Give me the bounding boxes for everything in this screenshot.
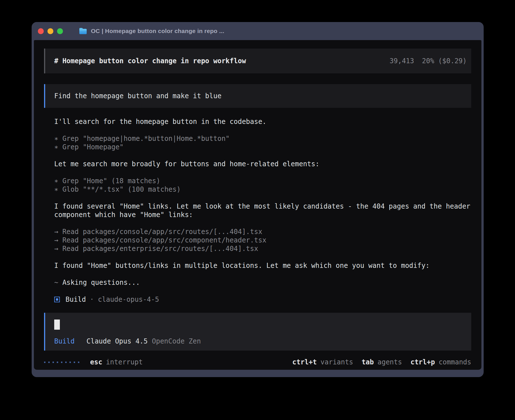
agent-mode-label: Build (54, 337, 75, 345)
spinner-dot (57, 362, 58, 363)
status-left: escinterrupt (44, 358, 143, 366)
title-group: OC | Homepage button color change in rep… (79, 27, 224, 35)
window-title: OC | Homepage button color change in rep… (91, 28, 224, 34)
user-message: Find the homepage button and make it blu… (44, 84, 471, 108)
assistant-text: I found "Home" buttons/links in multiple… (44, 261, 471, 270)
user-message-text: Find the homepage button and make it blu… (54, 92, 221, 100)
model-name: claude-opus-4-5 (98, 295, 159, 304)
session-title: # Homepage button color change in repo w… (54, 57, 246, 65)
tool-call-line: → Read packages/enterprise/src/routes/[.… (54, 244, 471, 253)
tool-call-line: → Read packages/console/app/src/componen… (54, 236, 471, 244)
agent-badge-icon (54, 297, 60, 302)
tool-call-line: → Read packages/console/app/src/routes/[… (54, 228, 471, 236)
close-button[interactable] (38, 28, 44, 34)
separator-dot: · (90, 295, 94, 304)
session-cost: ($0.29) (438, 57, 467, 65)
tool-call-group: ∗ Grep "Home" (18 matches) ∗ Glob "**/*.… (44, 177, 471, 194)
minimize-button[interactable] (47, 28, 53, 34)
agent-name: Build (66, 295, 86, 304)
tool-call-group: → Read packages/console/app/src/routes/[… (44, 228, 471, 253)
hint-agents: tabagents (362, 358, 402, 366)
session-stats: 39,41320%($0.29) (390, 57, 467, 65)
context-percent: 20% (422, 57, 434, 65)
hint-interrupt: escinterrupt (90, 358, 143, 366)
terminal-content: # Homepage button color change in repo w… (34, 40, 481, 370)
spinner-dot (53, 362, 54, 363)
prompt-input[interactable]: Build Claude Opus 4.5 OpenCode Zen (44, 313, 471, 351)
spinner-dot (69, 362, 71, 363)
spinner-dot (78, 362, 79, 363)
assistant-text: I found several "Home" links. Let me loo… (44, 202, 471, 219)
folder-icon (79, 27, 87, 35)
tool-call-line: ∗ Grep "Home" (18 matches) (54, 177, 471, 185)
assistant-text: I'll search for the homepage button in t… (44, 117, 471, 126)
assistant-text: Let me search more broadly for buttons a… (44, 160, 471, 168)
status-prefix: ~ (54, 279, 58, 286)
tool-call-group: ∗ Grep "homepage|home.*button|Home.*butt… (44, 134, 471, 151)
status-bar: escinterrupt ctrl+tvariants tabagents ct… (44, 358, 471, 366)
tool-call-line: ∗ Grep "Homepage" (54, 143, 471, 151)
session-header: # Homepage button color change in repo w… (44, 49, 471, 73)
status-right: ctrl+tvariants tabagents ctrl+pcommands (292, 358, 471, 366)
spinner-dot (65, 362, 67, 363)
key-ctrl-p: ctrl+p (411, 358, 435, 366)
agent-status-line: Build · claude-opus-4-5 (44, 295, 471, 304)
input-provider-label: OpenCode Zen (152, 337, 201, 345)
hint-commands: ctrl+pcommands (411, 358, 471, 366)
key-tab: tab (362, 358, 374, 366)
input-meta: Build Claude Opus 4.5 OpenCode Zen (54, 337, 462, 345)
spinner-dot (61, 362, 62, 363)
hint-variants: ctrl+tvariants (292, 358, 353, 366)
text-cursor (54, 320, 60, 330)
key-ctrl-t: ctrl+t (292, 358, 317, 366)
traffic-lights (38, 28, 63, 34)
zoom-button[interactable] (57, 28, 63, 34)
spinner-dots (44, 362, 79, 363)
tool-call-line: ∗ Grep "homepage|home.*button|Home.*butt… (54, 134, 471, 143)
key-esc: esc (90, 358, 102, 366)
spinner-dot (44, 362, 45, 363)
spinner-dot (48, 362, 50, 363)
titlebar: OC | Homepage button color change in rep… (34, 22, 481, 40)
tool-call-line: ∗ Glob "**/*.tsx" (100 matches) (54, 185, 471, 194)
input-model-label: Claude Opus 4.5 (86, 337, 148, 345)
token-count: 39,413 (390, 57, 414, 65)
status-text: Asking questions... (62, 279, 140, 286)
asking-questions-status: ~ Asking questions... (44, 278, 471, 287)
terminal-window: OC | Homepage button color change in rep… (32, 22, 484, 377)
spinner-dot (74, 362, 75, 363)
